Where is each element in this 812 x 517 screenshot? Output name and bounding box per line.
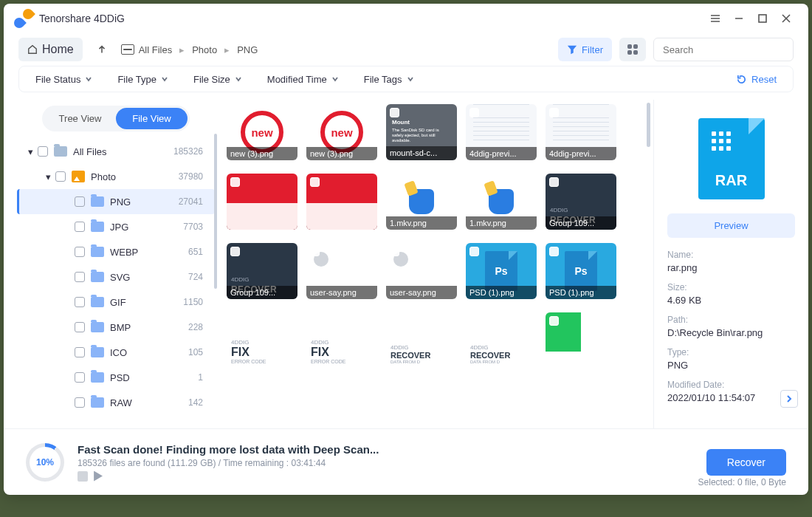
maximize-button[interactable] [751,7,774,30]
tree-view-tab[interactable]: Tree View [44,108,116,129]
file-cell[interactable]: 1.mkv.png [386,174,457,230]
up-button[interactable] [90,38,114,61]
preview-button[interactable]: Preview [667,213,795,238]
file-cell[interactable]: 4DDIGRECOVERGroup 109... [546,174,616,230]
checkbox[interactable] [549,108,559,117]
file-cell[interactable]: user-say.png [386,243,457,299]
checkbox[interactable] [75,372,85,383]
checkbox[interactable] [38,146,48,157]
checkbox[interactable] [230,316,240,326]
tree-item-jpg[interactable]: JPG7703 [17,214,215,239]
breadcrumb-photo[interactable]: Photo [192,44,217,55]
file-name: PSD (1).png [546,286,616,299]
sidebar-scrollbar[interactable] [214,134,217,428]
file-cell[interactable]: 4DDIGFIXERROR CODE [227,312,297,369]
checkbox[interactable] [75,222,85,232]
search-box [653,38,794,61]
checkbox[interactable] [310,177,320,187]
next-page-button[interactable] [780,390,798,408]
tree-item-webp[interactable]: WEBP651 [17,239,215,264]
file-cell[interactable]: PsPSD (1).png [466,243,537,299]
checkbox[interactable] [55,171,66,182]
file-cell[interactable]: 1.mkv.png [466,174,537,230]
file-cell[interactable]: dd0fa8f8-d... [227,174,297,230]
rar-file-icon: RAR [698,118,765,199]
filter-file-status[interactable]: File Status [35,74,92,85]
checkbox[interactable] [549,177,559,187]
checkbox[interactable] [310,247,320,256]
filter-file-type[interactable]: File Type [117,74,168,85]
view-grid-button[interactable] [619,38,646,61]
titlebar: Tenorshare 4DDiG [4,4,808,33]
reset-button[interactable]: Reset [736,74,777,85]
checkbox[interactable] [75,247,85,257]
tree-item-bmp[interactable]: BMP228 [17,315,215,340]
view-toggle: Tree View File View [42,106,190,131]
scan-play-button[interactable] [92,471,103,482]
tree-item-svg[interactable]: SVG724 [17,264,215,290]
tree-item-png[interactable]: PNG27041 [17,189,215,214]
path-label: Path: [667,315,795,325]
up-arrow-icon [97,44,107,55]
breadcrumb-png[interactable]: PNG [237,44,258,55]
checkbox[interactable] [390,316,399,326]
file-name: new (3).png [227,147,297,160]
file-cell[interactable]: MountThe SanDisk SD card is safely eject… [386,104,457,160]
grid-scrollbar[interactable] [647,103,650,147]
tree-all-files[interactable]: ▾ All Files 185326 [17,139,215,164]
checkbox[interactable] [549,316,559,326]
home-button[interactable]: Home [18,38,83,61]
file-cell[interactable]: user-say.png [306,243,377,299]
file-cell[interactable]: 4ddig-previ... [546,104,616,160]
filter-button[interactable]: Filter [558,38,612,61]
checkbox[interactable] [75,322,85,332]
checkbox[interactable] [230,247,240,256]
file-cell[interactable]: 4ddig-previ... [466,104,537,160]
file-cell[interactable] [546,312,616,369]
file-view-tab[interactable]: File View [116,108,187,129]
tree-item-ico[interactable]: ICO105 [17,340,215,365]
checkbox[interactable] [75,297,85,307]
checkbox[interactable] [390,108,399,117]
checkbox[interactable] [310,108,320,117]
type-value: PNG [667,360,795,371]
close-button[interactable] [774,7,798,30]
tree-item-gif[interactable]: GIF1150 [17,290,215,315]
tree-item-raw[interactable]: RAW142 [17,390,215,415]
file-cell[interactable]: 4DDIGRECOVERDATA FROM D [466,312,537,369]
menu-button[interactable] [703,7,727,30]
breadcrumb-root[interactable]: All Files [121,44,173,55]
checkbox[interactable] [75,397,85,408]
checkbox[interactable] [549,247,559,256]
checkbox[interactable] [390,177,399,187]
checkbox[interactable] [469,316,479,326]
checkbox[interactable] [75,196,85,207]
sidebar: Tree View File View ▾ All Files 185326 ▾… [11,100,218,428]
minimize-button[interactable] [727,7,751,30]
filter-file-size[interactable]: File Size [193,74,242,85]
file-cell[interactable]: PsPSD (1).png [546,243,616,299]
file-cell[interactable]: 4DDIGRECOVERDATA FROM D [386,312,457,369]
recover-button[interactable]: Recover [706,449,786,476]
checkbox[interactable] [230,177,240,187]
checkbox[interactable] [310,316,320,326]
checkbox[interactable] [469,247,479,256]
checkbox[interactable] [75,272,85,282]
tree-item-psd[interactable]: PSD1 [17,365,215,390]
checkbox[interactable] [469,108,479,117]
file-cell[interactable]: newnew (3).png [306,104,377,160]
file-cell[interactable]: dd0fa8f8-d... [306,174,377,230]
file-cell[interactable]: newnew (3).png [227,104,297,160]
filter-modified-time[interactable]: Modified Time [267,74,339,85]
search-input[interactable] [663,44,787,55]
file-cell[interactable]: 4DDIGFIXERROR CODE [306,312,377,369]
filter-file-tags[interactable]: File Tags [364,74,414,85]
scan-stop-button[interactable] [78,471,88,482]
app-window: Tenorshare 4DDiG Home All Files ▸ Photo … [4,4,808,495]
checkbox[interactable] [75,347,85,357]
tree-photo[interactable]: ▾ Photo 37980 [17,164,215,189]
file-cell[interactable]: 4DDIGRECOVERGroup 109... [227,243,297,299]
checkbox[interactable] [230,108,240,117]
checkbox[interactable] [390,247,399,256]
checkbox[interactable] [469,177,479,187]
